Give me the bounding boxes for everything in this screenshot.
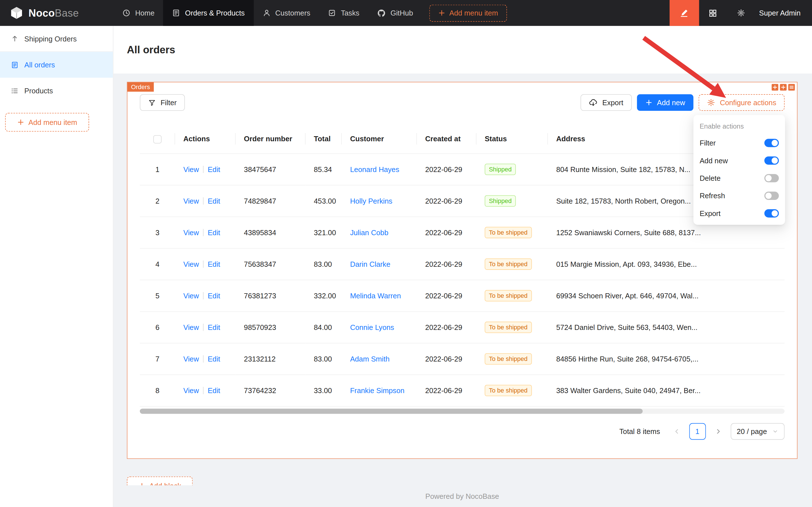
nav-add-menu-item-button[interactable]: Add menu item <box>429 4 507 22</box>
nav-item-github[interactable]: GitHub <box>368 0 422 26</box>
total-cell: 453.00 <box>306 185 342 217</box>
gear-icon <box>737 9 745 17</box>
edit-link[interactable]: Edit <box>208 386 220 394</box>
link-divider <box>203 387 204 394</box>
toggle-filter[interactable] <box>764 139 779 147</box>
block-add-below-icon[interactable] <box>780 84 787 91</box>
nav-item-label: Tasks <box>341 9 359 17</box>
export-button[interactable]: Export <box>581 94 632 111</box>
view-link[interactable]: View <box>183 386 199 394</box>
dropdown-item-delete[interactable]: Delete <box>693 169 785 187</box>
status-cell: To be shipped <box>476 280 548 311</box>
toggle-refresh[interactable] <box>764 192 779 200</box>
toggle-delete[interactable] <box>764 174 779 182</box>
toggle-add-new[interactable] <box>764 157 779 165</box>
pagination-prev-button[interactable] <box>669 423 685 440</box>
customer-link[interactable]: Darin Clarke <box>350 260 391 268</box>
add-block-button[interactable]: Add block <box>127 476 192 485</box>
nocobase-logo-icon <box>9 6 24 20</box>
nocobase-logo[interactable]: NocoBase <box>0 6 113 20</box>
tasks-icon <box>328 9 336 17</box>
main-area: All orders Orders Filter <box>113 26 812 507</box>
sidebar-add-menu-item-label: Add menu item <box>28 118 77 126</box>
created-at-cell: 2022-06-29 <box>417 153 476 185</box>
order-row-1: 1ViewEdit3847564785.34Leonard Hayes2022-… <box>140 153 785 185</box>
settings-button[interactable] <box>727 0 755 26</box>
nav-item-home[interactable]: Home <box>113 0 163 26</box>
dropdown-item-filter[interactable]: Filter <box>693 134 785 152</box>
select-all-checkbox[interactable] <box>153 135 162 143</box>
status-badge: Shipped <box>485 195 516 207</box>
toggle-export[interactable] <box>764 209 779 217</box>
customer-link[interactable]: Melinda Warren <box>350 291 401 299</box>
customer-link[interactable]: Holly Perkins <box>350 196 393 205</box>
ui-editor-button[interactable] <box>670 0 699 26</box>
add-new-button[interactable]: Add new <box>637 94 693 111</box>
view-link[interactable]: View <box>183 354 199 362</box>
dropdown-item-refresh[interactable]: Refresh <box>693 187 785 205</box>
customer-link[interactable]: Connie Lyons <box>350 323 394 331</box>
block-add-above-icon[interactable] <box>772 84 778 91</box>
edit-link[interactable]: Edit <box>208 228 220 236</box>
sidebar-item-products[interactable]: Products <box>0 78 113 104</box>
plugin-manager-button[interactable] <box>699 0 727 26</box>
block-drag-handle-icon[interactable] <box>788 84 795 91</box>
customer-link[interactable]: Adam Smith <box>350 354 390 362</box>
address-cell: 015 Margie Mission, Apt. 093, 34936, Ebe… <box>548 248 785 280</box>
dropdown-item-label: Refresh <box>699 192 725 200</box>
pagination-current-page[interactable]: 1 <box>689 423 706 440</box>
customer-cell: Leonard Hayes <box>342 153 417 185</box>
sidebar-item-shipping-orders[interactable]: Shipping Orders <box>0 26 113 52</box>
edit-link[interactable]: Edit <box>208 196 220 205</box>
scrollbar-thumb[interactable] <box>140 408 643 413</box>
dropdown-item-export[interactable]: Export <box>693 205 785 222</box>
nav-item-label: Orders & Products <box>185 9 245 17</box>
app: NocoBase HomeOrders & ProductsCustomersT… <box>0 0 812 507</box>
total-cell: 83.00 <box>306 248 342 280</box>
home-icon <box>122 9 130 17</box>
filter-button-label: Filter <box>161 98 176 107</box>
row-actions-cell: ViewEdit <box>175 311 236 343</box>
plus-icon <box>645 99 652 106</box>
order-number-cell: 38475647 <box>236 153 306 185</box>
sidebar-item-all-orders[interactable]: All orders <box>0 52 113 78</box>
brand-name-bold: Noco <box>28 7 55 18</box>
filter-button[interactable]: Filter <box>140 94 185 111</box>
column-header-order-number: Order number <box>236 125 306 153</box>
edit-link[interactable]: Edit <box>208 291 220 299</box>
configure-actions-button[interactable]: Configure actions <box>699 94 785 111</box>
table-header-row: Actions Order number Total Customer Crea… <box>140 125 785 153</box>
dropdown-item-add-new[interactable]: Add new <box>693 152 785 169</box>
github-icon <box>377 8 386 17</box>
customer-link[interactable]: Leonard Hayes <box>350 165 399 173</box>
customer-link[interactable]: Frankie Simpson <box>350 386 405 394</box>
view-link[interactable]: View <box>183 323 199 331</box>
view-link[interactable]: View <box>183 228 199 236</box>
view-link[interactable]: View <box>183 260 199 268</box>
view-link[interactable]: View <box>183 291 199 299</box>
nav-item-orders-products[interactable]: Orders & Products <box>163 0 253 26</box>
order-row-3: 3ViewEdit43895834321.00Julian Cobb2022-0… <box>140 217 785 248</box>
customer-link[interactable]: Julian Cobb <box>350 228 389 236</box>
dropdown-items: FilterAdd newDeleteRefreshExport <box>693 134 785 222</box>
order-number-cell: 76381273 <box>236 280 306 311</box>
link-divider <box>203 166 204 173</box>
configure-actions-dropdown: Enable actions FilterAdd newDeleteRefres… <box>693 115 785 225</box>
status-badge: To be shipped <box>485 290 532 301</box>
edit-link[interactable]: Edit <box>208 260 220 268</box>
view-link[interactable]: View <box>183 165 199 173</box>
user-menu[interactable]: Super Admin <box>755 9 812 17</box>
pagination-next-button[interactable] <box>710 423 726 440</box>
nav-item-tasks[interactable]: Tasks <box>319 0 368 26</box>
sidebar-add-menu-item-button[interactable]: Add menu item <box>5 113 89 131</box>
brand-name: NocoBase <box>28 7 79 19</box>
link-divider <box>203 355 204 362</box>
nav-item-customers[interactable]: Customers <box>253 0 319 26</box>
total-cell: 332.00 <box>306 280 342 311</box>
edit-link[interactable]: Edit <box>208 165 220 173</box>
edit-link[interactable]: Edit <box>208 323 220 331</box>
view-link[interactable]: View <box>183 196 199 205</box>
page-size-select[interactable]: 20 / page <box>731 423 785 440</box>
created-at-cell: 2022-06-29 <box>417 280 476 311</box>
edit-link[interactable]: Edit <box>208 354 220 362</box>
